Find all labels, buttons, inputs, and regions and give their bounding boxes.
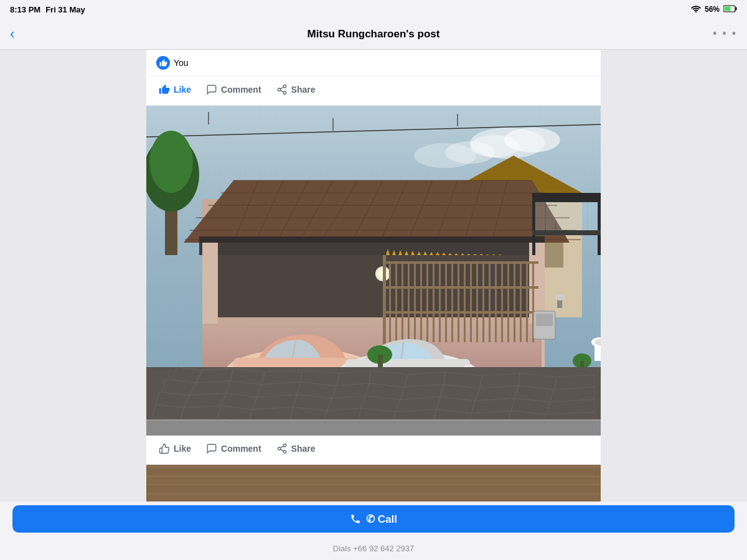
- svg-line-192: [280, 446, 283, 448]
- svg-rect-2: [736, 7, 737, 10]
- call-area: ✆ Call: [0, 502, 747, 536]
- svg-rect-65: [408, 261, 410, 342]
- svg-rect-82: [514, 261, 515, 342]
- svg-line-8: [280, 87, 283, 89]
- svg-rect-176: [146, 420, 601, 436]
- svg-rect-74: [464, 261, 466, 342]
- svg-point-190: [283, 450, 286, 454]
- svg-rect-68: [426, 261, 428, 342]
- svg-point-21: [149, 131, 193, 193]
- back-button[interactable]: ‹: [10, 27, 14, 41]
- like-button-bottom[interactable]: Like: [151, 438, 199, 459]
- svg-line-7: [280, 90, 283, 92]
- svg-point-14: [445, 141, 495, 164]
- status-bar: 8:13 PM Fri 31 May 56%: [0, 0, 747, 19]
- svg-rect-84: [526, 261, 528, 342]
- svg-rect-79: [495, 261, 497, 342]
- nav-bar: ‹ Mitsu Rungcharoen's post • • •: [0, 19, 747, 50]
- battery-level: 56%: [705, 5, 720, 14]
- svg-rect-71: [445, 261, 447, 342]
- svg-rect-196: [146, 485, 601, 493]
- battery-icon: [723, 5, 737, 14]
- call-button[interactable]: ✆ Call: [12, 505, 735, 533]
- svg-rect-28: [199, 236, 545, 255]
- svg-rect-66: [414, 261, 416, 342]
- status-left: 8:13 PM Fri 31 May: [10, 5, 85, 14]
- svg-rect-70: [439, 261, 441, 342]
- comment-button-bottom[interactable]: Comment: [199, 438, 269, 459]
- svg-rect-179: [532, 193, 535, 255]
- date: Fri 31 May: [45, 5, 85, 14]
- nav-title: Mitsu Rungcharoen's post: [308, 28, 440, 40]
- svg-rect-197: [146, 495, 601, 501]
- comment-button[interactable]: Comment: [199, 79, 269, 100]
- svg-rect-115: [536, 314, 553, 326]
- like-badge-row: You: [146, 50, 601, 77]
- next-image-peek: [146, 465, 601, 502]
- svg-rect-184: [557, 202, 566, 230]
- svg-point-0: [695, 11, 697, 12]
- svg-line-191: [280, 449, 283, 451]
- svg-point-117: [555, 294, 565, 301]
- wifi-icon: [691, 5, 701, 14]
- svg-rect-78: [489, 261, 491, 342]
- svg-rect-182: [535, 202, 545, 230]
- svg-rect-178: [532, 193, 601, 202]
- top-action-bar: Like Comment Share: [146, 77, 601, 106]
- svg-point-189: [278, 447, 281, 450]
- svg-marker-27: [184, 180, 570, 243]
- svg-rect-186: [578, 202, 587, 230]
- svg-rect-77: [482, 261, 484, 342]
- svg-rect-63: [395, 261, 397, 342]
- like-button[interactable]: Like: [151, 79, 199, 100]
- post-card: You Like Comment Share: [146, 50, 601, 502]
- svg-rect-3: [725, 6, 731, 11]
- dials-row: Dials +66 92 642 2937: [0, 536, 747, 560]
- svg-point-4: [283, 85, 286, 88]
- svg-rect-83: [520, 261, 522, 342]
- call-label: ✆ Call: [366, 513, 397, 526]
- svg-rect-69: [433, 261, 435, 342]
- share-button-bottom[interactable]: Share: [269, 438, 323, 459]
- svg-rect-80: [501, 261, 503, 342]
- dial-text: Dials +66 92 642 2937: [333, 544, 414, 553]
- svg-rect-73: [458, 261, 459, 342]
- svg-rect-126: [378, 355, 383, 367]
- svg-point-6: [283, 91, 286, 95]
- svg-point-188: [283, 444, 286, 447]
- status-right: 56%: [691, 5, 737, 14]
- svg-rect-187: [588, 202, 598, 230]
- svg-rect-76: [476, 261, 478, 342]
- svg-rect-183: [546, 202, 555, 230]
- post-image: กทม: [146, 106, 601, 436]
- svg-rect-75: [470, 261, 472, 342]
- like-badge-name: You: [174, 58, 189, 68]
- share-button[interactable]: Share: [269, 79, 323, 100]
- svg-rect-62: [389, 261, 391, 342]
- svg-rect-35: [383, 255, 386, 355]
- svg-rect-185: [567, 202, 576, 230]
- svg-point-5: [278, 88, 281, 91]
- svg-rect-180: [598, 193, 601, 255]
- svg-rect-64: [402, 261, 403, 342]
- svg-rect-194: [146, 468, 601, 475]
- like-badge-icon: [156, 56, 170, 70]
- time: 8:13 PM: [10, 5, 40, 14]
- svg-rect-72: [451, 261, 453, 342]
- bottom-action-bar: Like Comment Share: [146, 436, 601, 465]
- svg-rect-181: [532, 230, 601, 235]
- svg-rect-195: [146, 477, 601, 483]
- more-options-button[interactable]: • • •: [713, 27, 737, 40]
- svg-rect-81: [507, 261, 509, 342]
- scroll-area: You Like Comment Share: [0, 50, 747, 502]
- svg-rect-67: [420, 261, 422, 342]
